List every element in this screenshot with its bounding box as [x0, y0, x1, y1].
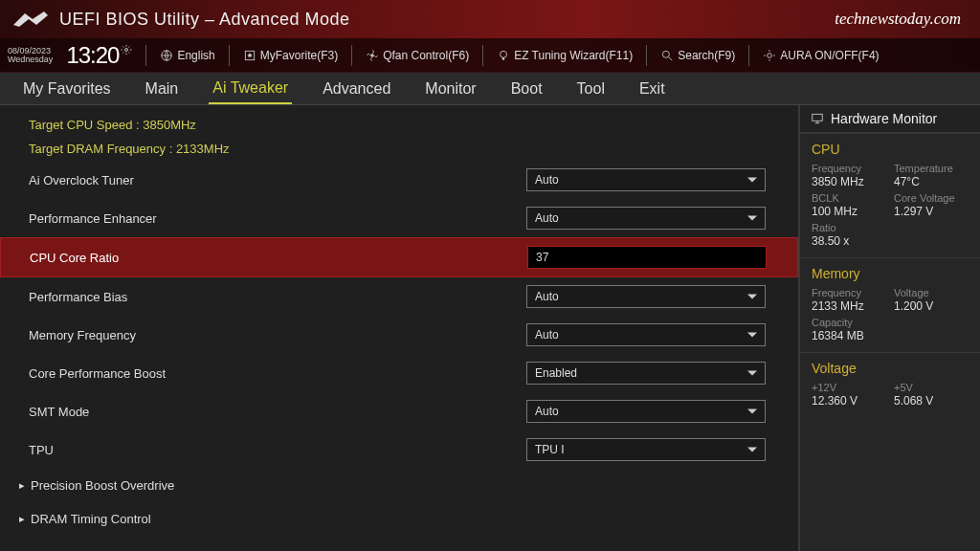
hw-cpu-freq-label: Frequency [812, 163, 886, 174]
aura-icon [763, 49, 776, 62]
hardware-monitor-panel: Hardware Monitor CPU Frequency3850 MHz T… [798, 105, 980, 551]
hw-mem-volt-label: Voltage [894, 287, 969, 298]
expander-precision-boost-overdrive[interactable]: Precision Boost Overdrive [0, 469, 798, 502]
settings-panel: Target CPU Speed : 3850MHz Target DRAM F… [0, 105, 798, 551]
setting-cpu-core-ratio[interactable]: CPU Core Ratio 37 [0, 237, 798, 277]
setting-tpu[interactable]: TPU TPU I [0, 430, 798, 469]
eztuning-button[interactable]: EZ Tuning Wizard(F11) [497, 49, 633, 62]
setting-ai-overclock-tuner[interactable]: Ai Overclock Tuner Auto [0, 161, 798, 199]
tab-advanced[interactable]: Advanced [319, 75, 394, 103]
setting-smt-mode[interactable]: SMT Mode Auto [0, 392, 798, 430]
tab-exit[interactable]: Exit [635, 75, 669, 103]
svg-point-3 [370, 54, 374, 57]
core-performance-boost-dropdown[interactable]: Enabled [526, 362, 766, 385]
hw-v12-value: 12.360 V [812, 394, 886, 408]
rog-logo-icon [11, 8, 50, 31]
svg-point-4 [501, 51, 507, 57]
ai-overclock-tuner-dropdown[interactable]: Auto [526, 168, 766, 191]
smt-mode-dropdown[interactable]: Auto [526, 400, 766, 423]
tab-main[interactable]: Main [142, 75, 183, 103]
tab-tool[interactable]: Tool [573, 75, 609, 103]
hw-cpu-bclk-value: 100 MHz [812, 205, 886, 218]
hw-cpu-freq-value: 3850 MHz [812, 175, 886, 188]
setting-performance-enhancer[interactable]: Performance Enhancer Auto [0, 199, 798, 237]
tpu-dropdown[interactable]: TPU I [526, 438, 766, 461]
tab-my-favorites[interactable]: My Favorites [19, 75, 115, 103]
bios-title: UEFI BIOS Utility – Advanced Mode [59, 10, 835, 30]
search-icon [660, 49, 674, 62]
svg-point-0 [125, 48, 128, 51]
hw-v5-label: +5V [894, 382, 969, 393]
aura-button[interactable]: AURA ON/OFF(F4) [763, 49, 879, 62]
svg-rect-9 [813, 114, 823, 121]
target-dram-freq: Target DRAM Frequency : 2133MHz [0, 137, 798, 161]
hw-cpu-heading: CPU [800, 133, 980, 161]
hw-v5-value: 5.068 V [894, 394, 969, 408]
performance-bias-dropdown[interactable]: Auto [526, 285, 766, 308]
bulb-icon [497, 49, 510, 62]
title-bar: UEFI BIOS Utility – Advanced Mode techne… [0, 0, 980, 38]
hw-cpu-cvolt-value: 1.297 V [894, 205, 969, 218]
hw-cpu-temp-value: 47°C [894, 175, 969, 188]
svg-point-8 [768, 53, 772, 57]
hw-mem-cap-label: Capacity [812, 317, 886, 328]
hw-voltage-heading: Voltage [800, 352, 980, 380]
hw-mem-volt-value: 1.200 V [894, 299, 969, 313]
qfan-button[interactable]: Qfan Control(F6) [366, 49, 469, 62]
target-cpu-speed: Target CPU Speed : 3850MHz [0, 113, 798, 137]
setting-core-performance-boost[interactable]: Core Performance Boost Enabled [0, 354, 798, 392]
hw-memory-heading: Memory [800, 257, 980, 285]
language-button[interactable]: English [160, 49, 214, 62]
hw-v12-label: +12V [812, 382, 886, 393]
monitor-icon [810, 112, 825, 125]
fan-icon [366, 49, 379, 62]
hw-cpu-cvolt-label: Core Voltage [894, 192, 969, 204]
hw-mem-cap-value: 16384 MB [812, 329, 886, 342]
hw-mem-freq-label: Frequency [812, 287, 886, 298]
watermark-text: technewstoday.com [835, 10, 961, 29]
svg-line-7 [669, 56, 673, 60]
hw-cpu-temp-label: Temperature [894, 163, 969, 174]
globe-icon [160, 49, 173, 62]
info-bar: 08/09/2023 Wednesday 13:20 English MyFav… [0, 38, 980, 73]
star-icon [243, 49, 256, 62]
tab-boot[interactable]: Boot [507, 75, 546, 103]
svg-rect-5 [502, 57, 504, 59]
hw-cpu-ratio-label: Ratio [812, 222, 886, 233]
search-button[interactable]: Search(F9) [660, 49, 735, 62]
setting-memory-frequency[interactable]: Memory Frequency Auto [0, 316, 798, 354]
memory-frequency-dropdown[interactable]: Auto [526, 323, 766, 346]
setting-performance-bias[interactable]: Performance Bias Auto [0, 277, 798, 316]
gear-icon[interactable] [121, 44, 132, 55]
main-tabs: My Favorites Main Ai Tweaker Advanced Mo… [0, 73, 980, 105]
cpu-core-ratio-input[interactable]: 37 [527, 246, 767, 269]
hw-mem-freq-value: 2133 MHz [812, 299, 886, 313]
hardware-monitor-header: Hardware Monitor [800, 105, 980, 133]
performance-enhancer-dropdown[interactable]: Auto [526, 207, 766, 230]
day-text: Wednesday [8, 55, 53, 64]
svg-point-6 [663, 51, 670, 57]
hw-cpu-ratio-value: 38.50 x [812, 234, 886, 248]
tab-monitor[interactable]: Monitor [421, 75, 479, 103]
myfavorite-button[interactable]: MyFavorite(F3) [243, 49, 338, 62]
expander-dram-timing-control[interactable]: DRAM Timing Control [0, 502, 798, 536]
date-block: 08/09/2023 Wednesday [8, 47, 53, 64]
time-display: 13:20 [66, 42, 132, 69]
tab-ai-tweaker[interactable]: Ai Tweaker [209, 74, 292, 104]
hw-cpu-bclk-label: BCLK [812, 192, 886, 204]
